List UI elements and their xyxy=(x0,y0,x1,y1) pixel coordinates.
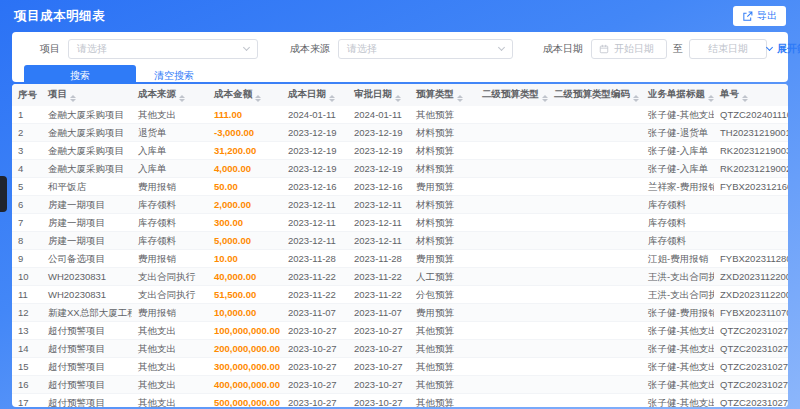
cell-approval-date: 2023-10-27 xyxy=(348,358,410,376)
column-header-sub-budget-code[interactable]: 二级预算类型编码 xyxy=(548,84,642,106)
table-row[interactable]: 9公司备选项目费用报销10.002023-11-282023-11-28费用预算… xyxy=(12,250,788,268)
column-header-project[interactable]: 项目 xyxy=(42,84,132,106)
cell-cost-amount: 4,000.00 xyxy=(208,160,282,178)
cell-cost-amount: 300.00 xyxy=(208,214,282,232)
table-row[interactable]: 3金融大厦采购项目入库单31,200.002023-12-192023-12-1… xyxy=(12,142,788,160)
column-header-approval-date[interactable]: 审批日期 xyxy=(348,84,410,106)
start-date-input[interactable]: 开始日期 xyxy=(591,39,667,59)
sort-carets-icon[interactable] xyxy=(542,95,548,103)
table-row[interactable]: 8房建一期项目库存领料5,000.002023-12-112023-12-11材… xyxy=(12,232,788,250)
cell-cost-source: 费用报销 xyxy=(132,250,208,268)
cell-sub-budget-type xyxy=(476,376,548,394)
table-row[interactable]: 10WH20230831支出合同执行40,000.002023-11-22202… xyxy=(12,268,788,286)
column-header-budget-type[interactable]: 预算类型 xyxy=(410,84,476,106)
cell-approval-date: 2023-10-27 xyxy=(348,340,410,358)
table-row[interactable]: 14超付预警项目其他支出200,000,000.002023-10-272023… xyxy=(12,340,788,358)
cell-project: 房建一期项目 xyxy=(42,196,132,214)
chevron-down-icon xyxy=(766,44,773,51)
cell-approval-date: 2023-12-11 xyxy=(348,214,410,232)
table-header-row: 序号项目成本来源成本金额成本日期审批日期预算类型二级预算类型二级预算类型编码业务… xyxy=(12,84,788,106)
column-header-doc-title[interactable]: 业务单据标题 xyxy=(642,84,714,106)
column-header-doc-no[interactable]: 单号 xyxy=(714,84,788,106)
table-row[interactable]: 4金融大厦采购项目入库单4,000.002023-12-192023-12-19… xyxy=(12,160,788,178)
cell-sub-budget-code xyxy=(548,286,642,304)
cell-cost-date: 2023-12-19 xyxy=(282,124,348,142)
column-header-cost-date[interactable]: 成本日期 xyxy=(282,84,348,106)
cell-approval-date: 2023-12-19 xyxy=(348,142,410,160)
cell-cost-amount: 5,000.00 xyxy=(208,232,282,250)
cell-sub-budget-type xyxy=(476,178,548,196)
table-row[interactable]: 2金融大厦采购项目退货单-3,000.002023-12-192023-12-1… xyxy=(12,124,788,142)
table-row[interactable]: 11WH20230831支出合同执行51,500.002023-11-22202… xyxy=(12,286,788,304)
cell-cost-date: 2023-11-22 xyxy=(282,286,348,304)
cell-budget-type: 分包预算 xyxy=(410,286,476,304)
expand-filter-link[interactable]: 展开筛选 xyxy=(767,42,800,56)
sort-carets-icon[interactable] xyxy=(742,95,748,103)
cell-project: 超付预警项目 xyxy=(42,322,132,340)
column-header-cost-source[interactable]: 成本来源 xyxy=(132,84,208,106)
cell-doc-no: QTZC20240111001 xyxy=(714,106,788,124)
cell-approval-date: 2023-12-11 xyxy=(348,232,410,250)
sort-carets-icon[interactable] xyxy=(329,95,335,103)
export-button[interactable]: 导出 xyxy=(733,6,786,26)
sort-carets-icon[interactable] xyxy=(395,95,401,103)
table-row[interactable]: 13超付预警项目其他支出100,000,000.002023-10-272023… xyxy=(12,322,788,340)
column-header-sub-budget-type[interactable]: 二级预算类型 xyxy=(476,84,548,106)
cell-cost-amount: 300,000,000.00 xyxy=(208,358,282,376)
cell-sub-budget-type xyxy=(476,160,548,178)
end-date-placeholder: 结束日期 xyxy=(708,42,748,56)
end-date-input[interactable]: 结束日期 xyxy=(689,39,767,59)
cell-budget-type: 材料预算 xyxy=(410,160,476,178)
cell-sub-budget-type xyxy=(476,250,548,268)
cell-cost-date: 2024-01-11 xyxy=(282,106,348,124)
sort-carets-icon[interactable] xyxy=(179,95,185,103)
sort-carets-icon[interactable] xyxy=(255,95,261,103)
cell-cost-source: 支出合同执行 xyxy=(132,268,208,286)
cell-cost-amount: 40,000.00 xyxy=(208,268,282,286)
sort-carets-icon[interactable] xyxy=(70,95,76,103)
project-select[interactable]: 请选择 xyxy=(68,39,258,59)
table-row[interactable]: 6房建一期项目库存领料2,000.002023-12-112023-12-11材… xyxy=(12,196,788,214)
cell-doc-title: 库存领料 xyxy=(642,232,714,250)
cell-doc-title: 张子健-其他支出 xyxy=(642,322,714,340)
cell-doc-title: 张子健-入库单 xyxy=(642,160,714,178)
column-header-label: 二级预算类型 xyxy=(482,88,539,99)
cell-sub-budget-type xyxy=(476,106,548,124)
side-drawer-handle[interactable] xyxy=(0,176,7,212)
table-row[interactable]: 15超付预警项目其他支出300,000,000.002023-10-272023… xyxy=(12,358,788,376)
cell-cost-amount: 50.00 xyxy=(208,178,282,196)
cell-doc-title: 江姐-费用报销 xyxy=(642,250,714,268)
cell-sub-budget-type xyxy=(476,358,548,376)
table-row[interactable]: 16超付预警项目其他支出400,000,000.002023-10-272023… xyxy=(12,376,788,394)
search-button[interactable]: 搜索 xyxy=(24,65,136,86)
clear-search-link[interactable]: 清空搜索 xyxy=(154,69,194,83)
cell-project: 金融大厦采购项目 xyxy=(42,142,132,160)
cost-source-select[interactable]: 请选择 xyxy=(338,39,513,59)
cell-budget-type: 材料预算 xyxy=(410,142,476,160)
column-header-cost-amount[interactable]: 成本金额 xyxy=(208,84,282,106)
cell-doc-title: 库存领料 xyxy=(642,196,714,214)
cell-index: 2 xyxy=(12,124,42,142)
cell-sub-budget-type xyxy=(476,394,548,408)
cell-budget-type: 人工预算 xyxy=(410,268,476,286)
cell-sub-budget-type xyxy=(476,232,548,250)
table-row[interactable]: 17超付预警项目其他支出500,000,000.002023-10-272023… xyxy=(12,394,788,408)
project-select-placeholder: 请选择 xyxy=(77,42,107,56)
table-row[interactable]: 1金融大厦采购项目其他支出111.002024-01-112024-01-11其… xyxy=(12,106,788,124)
cell-project: 超付预警项目 xyxy=(42,394,132,408)
cell-cost-amount: 31,200.00 xyxy=(208,142,282,160)
sort-carets-icon[interactable] xyxy=(633,95,639,103)
cost-source-filter-label: 成本来源 xyxy=(278,42,330,56)
cell-sub-budget-type xyxy=(476,142,548,160)
column-header-index: 序号 xyxy=(12,84,42,106)
cell-project: 超付预警项目 xyxy=(42,376,132,394)
filter-row: 项目 请选择 成本来源 请选择 成本日期 开始日期 至 结束日期 展开 xyxy=(12,32,788,58)
table-row[interactable]: 12新建XX总部大厦工程二期费用报销10,000.002023-11-07202… xyxy=(12,304,788,322)
start-date-placeholder: 开始日期 xyxy=(614,42,654,56)
cell-approval-date: 2023-12-16 xyxy=(348,178,410,196)
table-row[interactable]: 7房建一期项目库存领料300.002023-12-112023-12-11材料预… xyxy=(12,214,788,232)
sort-carets-icon[interactable] xyxy=(708,95,714,103)
sort-carets-icon[interactable] xyxy=(457,95,463,103)
cell-index: 10 xyxy=(12,268,42,286)
table-row[interactable]: 5和平饭店费用报销50.002023-12-162023-12-16费用预算兰祥… xyxy=(12,178,788,196)
